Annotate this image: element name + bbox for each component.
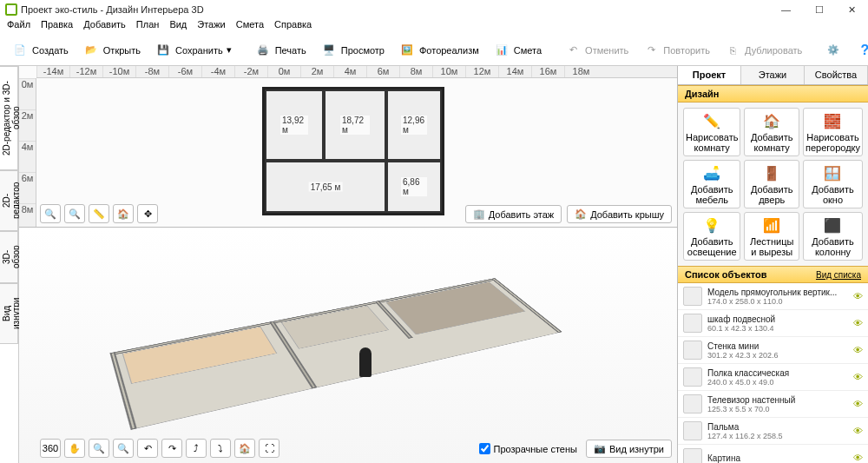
app-icon — [5, 3, 17, 16]
help-button[interactable]: ? — [850, 38, 868, 63]
design-button[interactable]: 💡Добавить освещение — [683, 212, 740, 261]
menu-view[interactable]: Вид — [169, 19, 187, 35]
object-item[interactable]: Пальма127.4 x 116.2 x 258.5👁 — [678, 418, 868, 445]
open-button[interactable]: 📂Открыть — [76, 38, 147, 63]
visibility-toggle-icon[interactable]: 👁 — [853, 372, 863, 382]
2d-tools: 🔍 🔍 📏 🏠 ✥ — [40, 204, 158, 223]
object-name: Стенка мини — [707, 341, 848, 351]
visibility-toggle-icon[interactable]: 👁 — [853, 345, 863, 355]
pan-icon[interactable]: ✋ — [64, 439, 85, 458]
design-label: Нарисовать перегородку — [806, 132, 860, 153]
room[interactable]: 18,72 м — [324, 89, 386, 161]
vtab-3d[interactable]: 3D-обзор — [0, 231, 18, 283]
design-icon: ⬛ — [823, 215, 842, 235]
room[interactable]: 13,92 м — [265, 89, 324, 161]
tilt-down-icon[interactable]: ⤵ — [210, 439, 231, 458]
tab-properties[interactable]: Свойства — [805, 66, 868, 84]
design-label: Добавить дверь — [746, 184, 797, 205]
list-view-link[interactable]: Вид списка — [816, 270, 861, 280]
visibility-toggle-icon[interactable]: 👁 — [853, 399, 863, 409]
object-dimensions: 60.1 x 42.3 x 130.4 — [707, 324, 848, 333]
design-button[interactable]: 🛋️Добавить мебель — [683, 160, 740, 208]
design-icon: 🏠 — [762, 111, 781, 130]
rotate360-icon[interactable]: 360 — [40, 439, 61, 458]
ruler-icon[interactable]: 📏 — [89, 204, 109, 223]
minimize-button[interactable]: — — [774, 3, 798, 17]
camera-icon: 📷 — [594, 443, 606, 454]
add-roof-button[interactable]: 🏠Добавить крышу — [567, 205, 672, 223]
undo-button[interactable]: ↶Отменить — [558, 38, 635, 63]
transparent-walls-checkbox[interactable]: Прозрачные стены — [479, 443, 577, 454]
tab-floors[interactable]: Этажи — [741, 66, 805, 84]
design-icon: 📶 — [762, 215, 781, 235]
menu-floors[interactable]: Этажи — [197, 19, 225, 35]
3d-viewport[interactable]: 360 ✋ 🔍 🔍 ↶ ↷ ⤴ ⤵ 🏠 ⛶ Прозрачные стены 📷… — [19, 228, 677, 463]
visibility-toggle-icon[interactable]: 👁 — [853, 318, 863, 328]
design-button[interactable]: 🚪Добавить дверь — [744, 160, 799, 208]
preview-button[interactable]: 🖥️Просмотр — [314, 38, 391, 63]
view-inside-button[interactable]: 📷Вид изнутри — [586, 440, 672, 458]
design-icon: 🪟 — [823, 163, 842, 182]
object-item[interactable]: Телевизор настенный125.3 x 5.5 x 70.0👁 — [678, 391, 868, 418]
zoom-in-icon[interactable]: 🔍 — [64, 204, 85, 223]
print-button[interactable]: 🖨️Печать — [248, 38, 312, 63]
menu-estimate[interactable]: Смета — [236, 19, 264, 35]
estimate-button[interactable]: 📊Смета — [487, 38, 548, 63]
room[interactable]: 17,65 м — [265, 161, 386, 213]
vtab-inside[interactable]: Вид изнутри — [0, 283, 18, 344]
menu-plan[interactable]: План — [136, 19, 160, 35]
duplicate-button[interactable]: ⎘Дублировать — [718, 38, 808, 63]
object-thumbnail — [683, 421, 702, 440]
menu-help[interactable]: Справка — [274, 19, 312, 35]
maximize-button[interactable]: ☐ — [808, 3, 831, 17]
design-button[interactable]: 📶Лестницы и вырезы — [744, 212, 799, 261]
zoom-out-icon[interactable]: 🔍 — [40, 204, 61, 223]
design-section-header: Дизайн — [678, 85, 868, 103]
redo-button[interactable]: ↷Повторить — [636, 38, 716, 63]
zoom-out-3d-icon[interactable]: 🔍 — [89, 439, 109, 458]
close-button[interactable]: ✕ — [841, 3, 863, 17]
menu-edit[interactable]: Правка — [41, 19, 73, 35]
home-3d-icon[interactable]: 🏠 — [234, 439, 255, 458]
object-thumbnail — [683, 341, 702, 360]
room[interactable]: 12,96 м — [386, 89, 442, 161]
object-item[interactable]: шкаф подвесной60.1 x 42.3 x 130.4👁 — [678, 310, 868, 337]
rotate-left-icon[interactable]: ↶ — [137, 439, 158, 458]
fit-icon[interactable]: ⛶ — [259, 439, 279, 458]
object-item[interactable]: Картина👁 — [678, 445, 868, 463]
room[interactable]: 6,86 м — [386, 161, 442, 213]
design-button[interactable]: 🪟Добавить окно — [803, 160, 863, 208]
visibility-toggle-icon[interactable]: 👁 — [853, 291, 863, 301]
vtab-2d-3d[interactable]: 2D-редактор и 3D-обзор — [0, 66, 18, 170]
object-item[interactable]: Полка классическая240.0 x 45.0 x 49.0👁 — [678, 364, 868, 391]
design-button[interactable]: ✏️Нарисовать комнату — [683, 108, 740, 156]
create-button[interactable]: 📄Создать — [5, 38, 75, 63]
design-icon: 🛋️ — [702, 163, 721, 182]
objects-section-header: Список объектов Вид списка — [678, 266, 868, 283]
visibility-toggle-icon[interactable]: 👁 — [853, 453, 863, 463]
object-item[interactable]: Модель прямоугольник вертик...174.0 x 25… — [678, 283, 868, 310]
zoom-in-3d-icon[interactable]: 🔍 — [113, 439, 134, 458]
design-button[interactable]: 🧱Нарисовать перегородку — [803, 108, 863, 156]
design-grid: ✏️Нарисовать комнату🏠Добавить комнату🧱На… — [678, 103, 868, 266]
tab-project[interactable]: Проект — [678, 66, 741, 84]
settings-button[interactable]: ⚙️ — [819, 38, 848, 63]
home-icon[interactable]: 🏠 — [113, 204, 134, 223]
visibility-toggle-icon[interactable]: 👁 — [853, 426, 863, 436]
design-button[interactable]: ⬛Добавить колонну — [803, 212, 863, 261]
move-icon[interactable]: ✥ — [137, 204, 158, 223]
tilt-up-icon[interactable]: ⤴ — [186, 439, 207, 458]
menu-add[interactable]: Добавить — [83, 19, 126, 35]
object-dimensions: 127.4 x 116.2 x 258.5 — [707, 432, 848, 440]
photoreal-button[interactable]: 🖼️Фотореализм — [392, 38, 485, 63]
add-floor-button[interactable]: 🏢Добавить этаж — [465, 205, 562, 223]
design-button[interactable]: 🏠Добавить комнату — [744, 108, 799, 156]
2d-viewport[interactable]: -14м-12м-10м-8м-6м-4м-2м0м2м4м6м8м10м12м… — [19, 66, 677, 228]
vtab-2d[interactable]: 2D-редактор — [0, 170, 18, 231]
menu-file[interactable]: Файл — [7, 19, 30, 35]
object-item[interactable]: Стенка мини301.2 x 42.3 x 202.6👁 — [678, 337, 868, 364]
floor-plan[interactable]: 13,92 м18,72 м12,96 м17,65 м6,86 м — [262, 87, 444, 215]
objects-list: Модель прямоугольник вертик...174.0 x 25… — [678, 283, 868, 463]
save-button[interactable]: 💾Сохранить ▾ — [148, 38, 238, 63]
rotate-right-icon[interactable]: ↷ — [161, 439, 182, 458]
